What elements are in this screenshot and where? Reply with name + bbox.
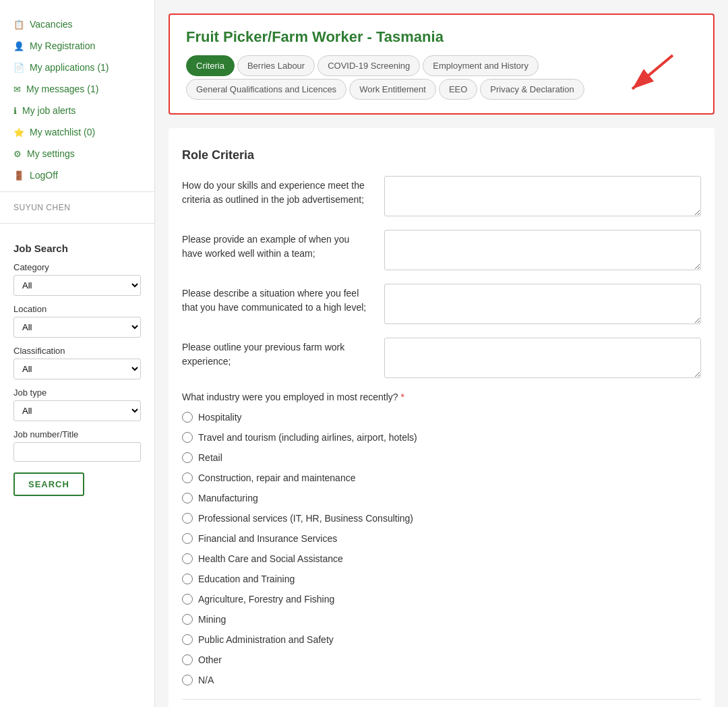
radio-retail-label: Retail — [198, 452, 222, 463]
tab-work-entitlement[interactable]: Work Entitlement — [349, 79, 436, 100]
radio-agriculture-input[interactable] — [182, 594, 193, 605]
farm-work-label: Please outline your previous farm work e… — [182, 338, 371, 369]
radio-professional-services-label: Professional services (IT, HR, Business … — [198, 513, 413, 524]
tab-employment-history[interactable]: Employment and History — [423, 55, 539, 76]
role-criteria-section: Role Criteria How do your skills and exp… — [169, 128, 715, 707]
file-icon: 📋 — [13, 20, 24, 30]
location-select[interactable]: All — [13, 317, 141, 338]
radio-financial-insurance-input[interactable] — [182, 533, 193, 544]
radio-education-training: Education and Training — [182, 574, 701, 584]
radio-construction-label: Construction, repair and maintenance — [198, 472, 355, 483]
skills-experience-textarea[interactable] — [384, 176, 701, 216]
bottom-divider — [182, 699, 701, 700]
radio-education-training-input[interactable] — [182, 574, 193, 584]
job-number-input[interactable] — [13, 442, 141, 462]
radio-professional-services: Professional services (IT, HR, Business … — [182, 513, 701, 524]
radio-travel-tourism: Travel and tourism (including airlines, … — [182, 432, 701, 443]
radio-financial-insurance-label: Financial and Insurance Services — [198, 533, 337, 544]
user-icon: 👤 — [13, 41, 24, 51]
radio-retail: Retail — [182, 452, 701, 463]
category-label: Category — [13, 262, 141, 272]
logoff-icon: 🚪 — [13, 171, 24, 181]
radio-hospitality-label: Hospitality — [198, 412, 242, 423]
info-icon: ℹ — [13, 106, 17, 116]
radio-other-label: Other — [198, 654, 222, 665]
radio-manufacturing: Manufacturing — [182, 493, 701, 503]
radio-hospitality: Hospitality — [182, 412, 701, 423]
document-icon: 📄 — [13, 63, 24, 73]
gear-icon: ⚙ — [13, 149, 22, 159]
team-example-label: Please provide an example of when you ha… — [182, 230, 371, 261]
svg-line-1 — [632, 55, 673, 89]
radio-na: N/A — [182, 675, 701, 685]
radio-retail-input[interactable] — [182, 452, 193, 463]
radio-construction: Construction, repair and maintenance — [182, 472, 701, 483]
radio-public-administration: Public Administration and Safety — [182, 634, 701, 645]
radio-manufacturing-label: Manufacturing — [198, 493, 258, 503]
radio-financial-insurance: Financial and Insurance Services — [182, 533, 701, 544]
classification-select[interactable]: All — [13, 359, 141, 379]
radio-construction-input[interactable] — [182, 472, 193, 483]
radio-mining-input[interactable] — [182, 614, 193, 625]
sidebar-my-watchlist[interactable]: ⭐ My watchlist (0) — [0, 121, 154, 143]
tab-general-qualifications[interactable]: General Qualifications and Licences — [186, 79, 346, 100]
team-example-textarea[interactable] — [384, 230, 701, 270]
location-label: Location — [13, 304, 141, 314]
search-button[interactable]: SEARCH — [13, 472, 84, 496]
radio-agriculture: Agriculture, Forestry and Fishing — [182, 594, 701, 605]
category-group: Category All — [13, 262, 141, 296]
sidebar-my-job-alerts[interactable]: ℹ My job alerts — [0, 100, 154, 121]
sidebar-username: SUYUN CHEN — [0, 197, 154, 218]
tab-criteria[interactable]: Criteria — [186, 55, 235, 76]
radio-other: Other — [182, 654, 701, 665]
skills-experience-label: How do your skills and experience meet t… — [182, 176, 371, 207]
job-card: Fruit Picker/Farm Worker - Tasmania Crit… — [169, 13, 715, 115]
classification-group: Classification All — [13, 346, 141, 379]
farm-work-textarea[interactable] — [384, 338, 701, 378]
communication-row: Please describe a situation where you fe… — [182, 284, 701, 324]
job-search-section: Job Search Category All Location All Cla… — [0, 229, 154, 503]
radio-travel-tourism-input[interactable] — [182, 432, 193, 443]
category-select[interactable]: All — [13, 275, 141, 296]
job-number-group: Job number/Title — [13, 429, 141, 462]
envelope-icon: ✉ — [13, 84, 21, 94]
sidebar-my-messages[interactable]: ✉ My messages (1) — [0, 78, 154, 100]
radio-health-care-input[interactable] — [182, 553, 193, 564]
radio-education-training-label: Education and Training — [198, 574, 295, 584]
sidebar-my-registration[interactable]: 👤 My Registration — [0, 35, 154, 57]
job-type-label: Job type — [13, 388, 141, 398]
radio-health-care: Health Care and Social Assistance — [182, 553, 701, 564]
required-asterisk: * — [400, 392, 404, 402]
tab-privacy-declaration[interactable]: Privacy & Declaration — [480, 79, 584, 100]
communication-textarea[interactable] — [384, 284, 701, 324]
role-criteria-title: Role Criteria — [182, 148, 701, 162]
tab-eeo[interactable]: EEO — [439, 79, 477, 100]
radio-hospitality-input[interactable] — [182, 412, 193, 423]
job-type-select[interactable]: All — [13, 400, 141, 421]
radio-travel-tourism-label: Travel and tourism (including airlines, … — [198, 432, 417, 443]
job-search-title: Job Search — [13, 243, 141, 254]
radio-na-label: N/A — [198, 675, 214, 685]
radio-professional-services-input[interactable] — [182, 513, 193, 524]
tab-covid-screening[interactable]: COVID-19 Screening — [317, 55, 420, 76]
communication-label: Please describe a situation where you fe… — [182, 284, 371, 315]
skills-experience-row: How do your skills and experience meet t… — [182, 176, 701, 216]
tab-berries-labour[interactable]: Berries Labour — [237, 55, 315, 76]
radio-na-input[interactable] — [182, 675, 193, 685]
sidebar-vacancies[interactable]: 📋 Vacancies — [0, 13, 154, 35]
sidebar-divider — [0, 191, 154, 192]
radio-mining-label: Mining — [198, 614, 226, 625]
industry-question: What industry were you employed in most … — [182, 392, 701, 402]
radio-manufacturing-input[interactable] — [182, 493, 193, 503]
radio-health-care-label: Health Care and Social Assistance — [198, 553, 343, 564]
job-number-label: Job number/Title — [13, 429, 141, 439]
team-example-row: Please provide an example of when you ha… — [182, 230, 701, 270]
main-content: Fruit Picker/Farm Worker - Tasmania Crit… — [155, 0, 728, 707]
radio-other-input[interactable] — [182, 654, 193, 665]
radio-public-administration-input[interactable] — [182, 634, 193, 645]
sidebar-logoff[interactable]: 🚪 LogOff — [0, 164, 154, 186]
farm-work-row: Please outline your previous farm work e… — [182, 338, 701, 378]
radio-public-administration-label: Public Administration and Safety — [198, 634, 334, 645]
sidebar-my-settings[interactable]: ⚙ My settings — [0, 143, 154, 164]
sidebar-my-applications[interactable]: 📄 My applications (1) — [0, 57, 154, 78]
